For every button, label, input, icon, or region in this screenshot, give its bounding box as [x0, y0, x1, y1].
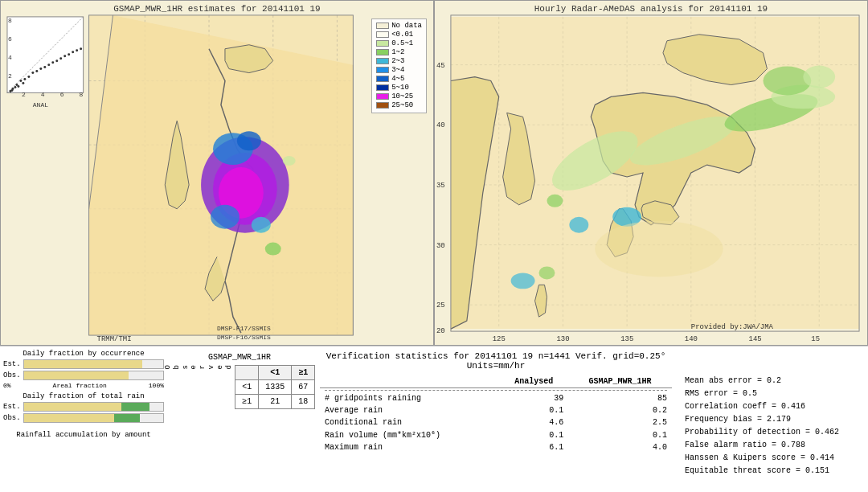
- svg-text:4: 4: [8, 54, 12, 61]
- svg-text:ANAL: ANAL: [33, 101, 48, 109]
- svg-point-90: [569, 217, 588, 233]
- svg-point-52: [211, 205, 240, 229]
- verif-col-label: [320, 375, 499, 388]
- svg-text:130: 130: [556, 335, 569, 343]
- bottom-section: Daily fraction by occurrence Est. Obs. 0…: [0, 346, 868, 492]
- contingency-wrapper: Observed <1 ≥1 <1: [164, 365, 315, 409]
- right-map-svg: 45 40 35 30 25 20 125 130 135 140 145 15: [435, 1, 867, 345]
- verif-label-gridpoints: # gridpoints raining: [320, 392, 499, 404]
- left-map-title: GSMAP_MWR_1HR estimates for 20141101 19: [1, 4, 433, 14]
- right-map-panel: Hourly Radar-AMeDAS analysis for 2014110…: [434, 0, 868, 346]
- bottom-left-section: Daily fraction by occurrence Est. Obs. 0…: [3, 350, 164, 489]
- est-rain-bar: [23, 402, 164, 412]
- contingency-row-ge1: ≥1 21 18: [235, 395, 315, 409]
- contingency-row-lt1: <1 1335 67: [235, 380, 315, 395]
- verif-label-avgrain: Average rain: [320, 404, 499, 416]
- svg-text:DMSP-F17/SSMIS: DMSP-F17/SSMIS: [217, 325, 271, 332]
- stat-correlation: Correlation coeff = 0.416: [685, 401, 860, 412]
- legend-05-1: 0.5~1: [376, 39, 422, 47]
- verif-row-volume: Rain volume (mm*km²x10⁶) 0.1 0.1: [320, 428, 672, 441]
- svg-point-21: [63, 55, 66, 57]
- verif-val-maxrain-a: 6.1: [499, 441, 568, 453]
- right-map-title: Hourly Radar-AMeDAS analysis for 2014110…: [435, 4, 867, 14]
- contingency-table-container: <1 ≥1 <1 1335 67 ≥1: [235, 365, 315, 409]
- contingency-cell-ge1-lt1: 21: [259, 395, 292, 409]
- svg-text:140: 140: [685, 335, 698, 343]
- svg-point-24: [76, 49, 78, 51]
- svg-text:2: 2: [22, 91, 26, 98]
- svg-point-20: [59, 57, 62, 59]
- contingency-cell-lt1-lt1: 1335: [259, 380, 292, 395]
- svg-text:20: 20: [436, 327, 445, 335]
- obs-label-2: Obs.: [3, 414, 23, 422]
- verif-val-gridpoints-g: 85: [568, 392, 672, 404]
- occurrence-title: Daily fraction by occurrence: [3, 350, 164, 358]
- verif-val-avgrain-g: 0.2: [568, 404, 672, 416]
- svg-point-9: [23, 78, 26, 80]
- contingency-cell-ge1-ge1: 18: [292, 395, 315, 409]
- svg-text:TRMM/TMI: TRMM/TMI: [97, 335, 132, 343]
- obs-rain-yellow: [24, 414, 114, 422]
- est-label: Est.: [3, 360, 23, 368]
- accumulation-title: Rainfall accumulation by amount: [3, 431, 164, 439]
- svg-point-23: [72, 51, 74, 53]
- svg-point-91: [547, 195, 563, 207]
- verif-row-avgrain: Average rain 0.1 0.2: [320, 404, 672, 416]
- svg-point-95: [539, 266, 555, 279]
- verif-label-condrain: Conditional rain: [320, 416, 499, 428]
- svg-text:4: 4: [41, 91, 45, 98]
- verif-val-condrain-a: 4.6: [499, 416, 568, 428]
- verif-row-maxrain: Maximum rain 6.1 4.0: [320, 441, 672, 453]
- svg-point-15: [39, 68, 42, 70]
- svg-point-22: [68, 53, 70, 55]
- stat-mean-abs-error: Mean abs error = 0.2: [685, 375, 860, 387]
- svg-text:Provided by:JWA/JMA: Provided by:JWA/JMA: [691, 323, 774, 331]
- est-yellow-fill: [24, 360, 142, 368]
- obs-yellow-fill: [24, 371, 129, 379]
- verif-val-maxrain-g: 4.0: [568, 441, 672, 453]
- obs-bar-occurrence: Obs.: [3, 371, 164, 380]
- svg-point-94: [511, 273, 535, 289]
- svg-text:25: 25: [436, 301, 445, 310]
- occurrence-chart: Daily fraction by occurrence Est. Obs. 0…: [3, 350, 164, 389]
- contingency-rowlabel-lt1: <1: [235, 380, 259, 395]
- svg-text:6: 6: [60, 91, 64, 98]
- verif-row-gridpoints: # gridpoints raining 39 85: [320, 392, 672, 404]
- obs-bar-rain: Obs.: [3, 413, 164, 423]
- svg-point-55: [283, 156, 296, 166]
- verif-label-volume: Rain volume (mm*km²x10⁶): [320, 428, 499, 441]
- obs-rain-green: [114, 414, 139, 422]
- legend-1-2: 1~2: [376, 48, 422, 56]
- legend-2-3: 2~3: [376, 57, 422, 65]
- svg-text:30: 30: [436, 242, 445, 250]
- svg-point-18: [51, 61, 54, 64]
- verif-header-row: Analysed GSMAP_MWR_1HR: [320, 375, 672, 388]
- stat-equitable: Equitable threat score = 0.151: [685, 465, 860, 477]
- svg-text:125: 125: [493, 335, 506, 343]
- contingency-section: GSMAP_MWR_1HR Observed <1 ≥1: [167, 350, 312, 489]
- svg-text:15: 15: [811, 335, 820, 343]
- legend-10-25: 10~25: [376, 92, 422, 100]
- contingency-title: GSMAP_MWR_1HR: [208, 353, 271, 362]
- left-map-svg: 8 6 4 2 2 4 6 8 ANAL: [1, 1, 433, 345]
- svg-point-92: [763, 67, 811, 96]
- svg-text:145: 145: [749, 335, 762, 343]
- svg-point-6: [17, 85, 19, 88]
- verif-col-gsmap: GSMAP_MWR_1HR: [568, 375, 672, 388]
- legend-5-10: 5~10: [376, 84, 422, 92]
- right-stats-section: Mean abs error = 0.2 RMS error = 0.5 Cor…: [680, 374, 865, 489]
- svg-text:135: 135: [620, 335, 633, 343]
- svg-text:6: 6: [8, 35, 12, 43]
- legend-25-50: 25~50: [376, 101, 422, 109]
- svg-text:40: 40: [436, 121, 445, 129]
- svg-text:8: 8: [8, 17, 12, 24]
- verif-label-maxrain: Maximum rain: [320, 441, 499, 453]
- est-rain-yellow: [24, 403, 121, 411]
- verif-col-analysed: Analysed: [499, 375, 568, 388]
- main-container: GSMAP_MWR_1HR estimates for 20141101 19: [0, 0, 868, 492]
- rain-title: Daily fraction of total rain: [3, 392, 164, 400]
- contingency-header-empty: [235, 366, 259, 380]
- obs-bar-container: [23, 371, 164, 380]
- svg-point-19: [55, 59, 58, 62]
- svg-point-25: [80, 47, 82, 50]
